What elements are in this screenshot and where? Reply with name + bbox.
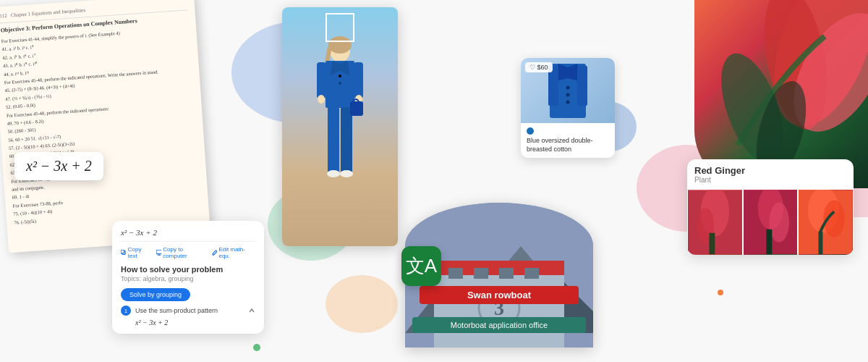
plant-image-1 (688, 190, 742, 255)
svg-rect-31 (577, 66, 587, 106)
svg-point-28 (566, 93, 570, 96)
svg-rect-17 (317, 62, 326, 98)
solution-title: How to solve your problem (121, 265, 255, 274)
dot-green (253, 344, 260, 351)
copy-to-computer-button[interactable]: Copy to computer (156, 246, 208, 259)
plant-info: Red Ginger Plant (687, 159, 854, 190)
svg-rect-18 (354, 62, 363, 98)
svg-rect-7 (156, 250, 162, 253)
svg-rect-51 (766, 230, 772, 254)
svg-rect-6 (121, 250, 124, 253)
svg-point-19 (318, 95, 325, 104)
svg-rect-55 (819, 232, 823, 254)
plant-card[interactable]: Red Ginger Plant (687, 159, 854, 255)
svg-rect-40 (499, 268, 514, 279)
step-formula: x² − 3x + 2 (135, 319, 255, 327)
solve-by-grouping-button[interactable]: Solve by grouping (121, 288, 190, 301)
svg-rect-47 (709, 233, 715, 254)
math-solution-card[interactable]: x² − 3x + 2 Copy text Copy to computer E… (112, 221, 264, 334)
svg-point-16 (339, 82, 341, 85)
edit-math-button[interactable]: Edit math-equ. (212, 246, 255, 259)
svg-rect-21 (328, 107, 339, 172)
fashion-photo-card (282, 7, 398, 246)
step-text: Use the sum-product pattern (135, 307, 248, 314)
sign-teal: Motorboat application office (412, 317, 586, 333)
svg-rect-25 (350, 101, 363, 116)
svg-point-23 (327, 170, 340, 177)
step-number: 1 (121, 306, 131, 316)
product-price-tag: ♡ $60 (525, 62, 553, 72)
dot-orange (718, 290, 723, 295)
plant-image-3 (799, 190, 853, 255)
solution-formula: x² − 3x + 2 (121, 228, 255, 242)
solution-subtitle: Topics: algebra, grouping (121, 275, 255, 282)
formula-display: x² − 3x + 2 (26, 158, 92, 174)
svg-point-50 (769, 202, 789, 242)
fashion-figure (304, 29, 376, 217)
svg-rect-22 (341, 107, 352, 172)
product-name: Blue oversized double-breasted cotton (527, 137, 609, 153)
product-color-dot (527, 127, 534, 135)
svg-rect-41 (524, 268, 539, 279)
product-card[interactable]: ♡ $60 Blue oversized double-breasted cot… (521, 58, 615, 158)
svg-point-24 (340, 170, 353, 177)
formula-card: x² − 3x + 2 (14, 152, 103, 180)
step-item: 1 Use the sum-product pattern (121, 306, 255, 316)
fashion-photo (282, 7, 398, 246)
plant-image-2 (744, 190, 798, 255)
svg-rect-38 (448, 268, 463, 279)
plant-name: Red Ginger (694, 165, 846, 176)
solution-actions: Copy text Copy to computer Edit math-equ… (121, 246, 255, 259)
focus-bracket-top (326, 13, 354, 28)
math-book-content: 112 Chapter 1 Equations and Inequalities… (0, 0, 210, 233)
chevron-up-icon (248, 307, 255, 314)
blob-peach-bottom (326, 275, 398, 333)
svg-point-27 (566, 85, 570, 89)
svg-point-15 (339, 75, 341, 77)
svg-rect-39 (474, 268, 488, 279)
product-image: ♡ $60 (521, 58, 615, 123)
plant-type: Plant (694, 176, 846, 184)
product-info: Blue oversized double-breasted cotton (521, 123, 615, 158)
translate-icon: 文A (406, 253, 437, 279)
math-textbook-card: 112 Chapter 1 Equations and Inequalities… (0, 0, 211, 253)
svg-point-29 (566, 100, 570, 104)
copy-text-button[interactable]: Copy text (121, 246, 152, 259)
translate-badge[interactable]: 文A (401, 246, 441, 286)
plant-images (687, 190, 854, 255)
sign-red: Swan rowboat (420, 286, 579, 304)
focus-bracket-bottom (326, 28, 354, 42)
